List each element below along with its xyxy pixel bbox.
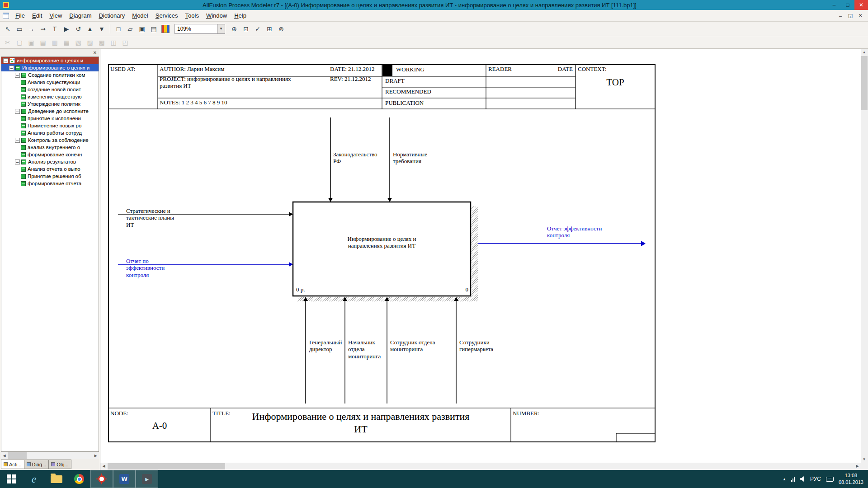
collapse-icon[interactable]: – <box>15 73 20 78</box>
arrow-tool[interactable]: → <box>26 23 37 34</box>
tree-item[interactable]: Анализ отчета о выпо <box>1 165 99 173</box>
go-up-tool[interactable]: ▲ <box>85 23 95 34</box>
mechanism-label-2[interactable]: Начальник отдела мониторинга <box>348 339 381 360</box>
menu-dictionary[interactable]: Dictionary <box>95 11 128 20</box>
scroll-right-icon[interactable]: ▶ <box>92 452 99 459</box>
chevron-down-icon[interactable]: ▼ <box>217 24 225 33</box>
text-tool[interactable]: T <box>49 23 60 34</box>
media-player-icon[interactable]: ▶ <box>136 470 158 488</box>
mechanism-label-4[interactable]: Сотрудники гипермаркета <box>459 339 493 353</box>
menu-edit[interactable]: Edit <box>28 11 46 20</box>
collapse-icon[interactable]: – <box>9 66 14 70</box>
go-to-child-tool[interactable]: ▶ <box>61 23 72 34</box>
tree-item[interactable]: создание новой полит <box>1 86 99 93</box>
menu-model[interactable]: Model <box>128 11 151 20</box>
menu-view[interactable]: View <box>46 11 66 20</box>
tree-item[interactable]: –Контроль за соблюдение <box>1 136 99 144</box>
panel-close-icon[interactable]: ✕ <box>92 49 98 56</box>
tree-item[interactable]: изменение существую <box>1 93 99 100</box>
panel-tab-obj[interactable]: Obj... <box>48 460 71 469</box>
panel-tab-diag[interactable]: Diag... <box>24 460 49 469</box>
child-close-button[interactable]: ✕ <box>855 12 865 20</box>
pointer-tool[interactable]: ↖ <box>2 23 13 34</box>
scroll-left-icon[interactable]: ◀ <box>1 452 8 459</box>
spell-check-button[interactable]: ✓ <box>252 23 263 34</box>
menu-services[interactable]: Services <box>152 11 182 20</box>
color-picker-button[interactable] <box>161 25 170 33</box>
tree-item[interactable]: –Доведение до исполните <box>1 108 99 115</box>
minimize-button[interactable]: – <box>827 0 841 10</box>
clock[interactable]: 13:08 08.01.2013 <box>839 472 863 486</box>
language-indicator[interactable]: РУС <box>810 476 821 482</box>
model-explorer-button[interactable]: ⊞ <box>264 23 275 34</box>
collapse-icon[interactable]: – <box>15 138 20 143</box>
zoom-in-button[interactable]: ⊕ <box>229 23 240 34</box>
control-label-1[interactable]: Законодательство РФ <box>333 151 377 165</box>
tree-item[interactable]: –Создание политики ком <box>1 71 99 79</box>
mechanism-label-1[interactable]: Генеральный директор <box>309 339 342 353</box>
new-button[interactable]: □ <box>113 23 124 34</box>
scroll-left-icon[interactable]: ◀ <box>100 463 107 469</box>
scroll-up-icon[interactable]: ▲ <box>861 49 868 56</box>
tree-item[interactable]: Утверждение политик <box>1 100 99 108</box>
internet-explorer-icon[interactable]: e <box>23 470 45 488</box>
tree-item[interactable]: формирование конечн <box>1 151 99 158</box>
scroll-thumb[interactable] <box>8 452 27 459</box>
output-label-1[interactable]: Отчет эффективности контроля <box>547 225 602 239</box>
maximize-button[interactable]: □ <box>841 0 854 10</box>
vertical-scrollbar[interactable]: ▲ ▼ <box>861 49 868 463</box>
input-label-2[interactable]: Отчет по эффективности контроля <box>126 258 165 278</box>
squiggle-arrow-tool[interactable]: ⇝ <box>38 23 48 34</box>
volume-icon[interactable] <box>800 476 805 482</box>
diagram-canvas[interactable]: USED AT: AUTHOR: Ларин Максим DATE: 21.1… <box>100 49 868 470</box>
collapse-icon[interactable]: – <box>15 160 20 164</box>
collapse-icon[interactable]: – <box>3 58 8 63</box>
scroll-right-icon[interactable]: ▶ <box>854 463 861 469</box>
input-label-1[interactable]: Стратегические и тактические планы ИТ <box>126 207 174 228</box>
zoom-area-button[interactable]: ⊡ <box>241 23 251 34</box>
zoom-combobox[interactable]: 109% ▼ <box>175 24 225 34</box>
close-button[interactable]: ✕ <box>854 0 868 10</box>
touch-keyboard-icon[interactable]: ⋯ <box>826 477 834 482</box>
show-hidden-icons-chevron[interactable]: ▲ <box>783 477 786 481</box>
panel-horizontal-scrollbar[interactable]: ◀ ▶ <box>1 452 99 459</box>
vertical-scroll-thumb[interactable] <box>861 56 868 110</box>
chrome-icon[interactable] <box>68 470 90 488</box>
undo-tool[interactable]: ↺ <box>73 23 84 34</box>
collapse-icon[interactable]: – <box>15 109 20 114</box>
horizontal-scroll-thumb[interactable] <box>108 463 225 469</box>
tree-item[interactable]: Принятие решения об <box>1 173 99 180</box>
word-taskbar-icon[interactable]: W <box>113 470 136 488</box>
activity-box-tool[interactable]: ▭ <box>14 23 25 34</box>
mechanism-label-3[interactable]: Сотрудник отдела мониторинга <box>390 339 435 353</box>
file-explorer-icon[interactable] <box>45 470 68 488</box>
horizontal-scrollbar[interactable]: ◀ ▶ <box>100 463 861 470</box>
tree-item[interactable]: формирование отчета <box>1 180 99 187</box>
tree-item[interactable]: принятие к исполнени <box>1 115 99 122</box>
tree-item[interactable]: Применение новых ро <box>1 122 99 129</box>
child-restore-button[interactable]: ◱ <box>845 12 855 20</box>
control-label-2[interactable]: Нормативные требования <box>393 151 427 165</box>
scroll-down-icon[interactable]: ▼ <box>861 456 868 463</box>
tree-item[interactable]: Анализ существующи <box>1 79 99 86</box>
start-button[interactable] <box>0 470 23 488</box>
menu-window[interactable]: Window <box>203 11 231 20</box>
open-button[interactable]: ▱ <box>125 23 136 34</box>
menu-diagram[interactable]: Diagram <box>66 11 95 20</box>
print-button[interactable]: ▤ <box>148 23 159 34</box>
tree-item[interactable]: –Анализ результатов <box>1 158 99 165</box>
child-minimize-button[interactable]: – <box>835 12 845 20</box>
go-down-tool[interactable]: ▼ <box>96 23 107 34</box>
network-icon[interactable] <box>791 477 795 482</box>
save-button[interactable]: ▣ <box>137 23 147 34</box>
activity-box-label[interactable]: Информирование о целях и направлениях ра… <box>293 235 471 249</box>
tree-item[interactable]: –Информирование о целях и <box>1 64 99 71</box>
working-checkbox[interactable] <box>382 65 392 76</box>
bpwin-taskbar-icon[interactable] <box>90 470 113 488</box>
document-icon[interactable] <box>3 13 9 19</box>
web-publish-button[interactable]: ⊚ <box>276 23 287 34</box>
menu-help[interactable]: Help <box>231 11 250 20</box>
tree-item[interactable]: –информирование о целях и <box>1 57 99 64</box>
menu-file[interactable]: File <box>12 11 28 20</box>
panel-tab-acti[interactable]: Acti... <box>1 460 24 469</box>
